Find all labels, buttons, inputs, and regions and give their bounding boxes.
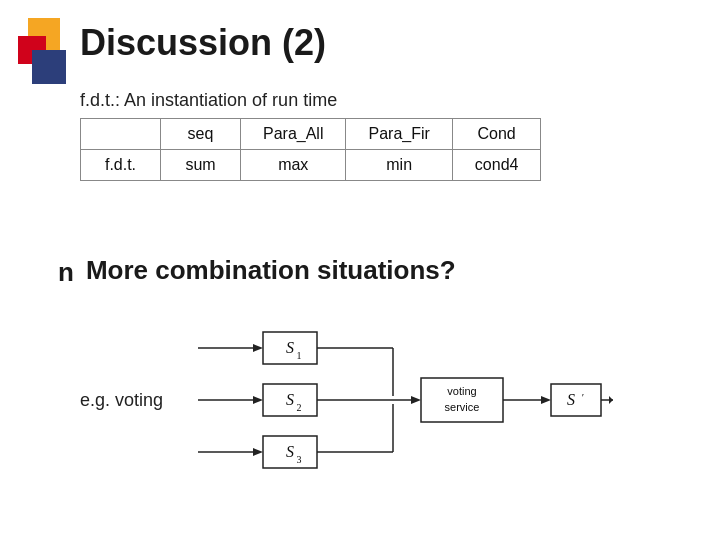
subtitle: f.d.t.: An instantiation of run time — [80, 90, 337, 111]
svg-text:service: service — [445, 401, 480, 413]
voting-section: e.g. voting S 1 S 2 S 3 — [80, 310, 613, 490]
svg-marker-3 — [253, 396, 263, 404]
header-empty — [81, 119, 161, 150]
svg-text:voting: voting — [447, 385, 476, 397]
cell-max: max — [241, 150, 346, 181]
cell-min: min — [346, 150, 452, 181]
svg-text:1: 1 — [297, 350, 302, 361]
eg-voting-label: e.g. voting — [80, 390, 163, 411]
svg-text:S: S — [286, 339, 294, 356]
header-seq: seq — [161, 119, 241, 150]
diagram-svg: S 1 S 2 S 3 voting servic — [193, 310, 613, 490]
bullet-text: More combination situations? — [86, 255, 456, 286]
page-title: Discussion (2) — [80, 22, 326, 64]
svg-text:′: ′ — [582, 391, 584, 403]
cell-cond4: cond4 — [452, 150, 541, 181]
decoration — [18, 18, 66, 86]
svg-text:S: S — [286, 443, 294, 460]
header-cond: Cond — [452, 119, 541, 150]
svg-rect-27 — [551, 384, 601, 416]
svg-marker-21 — [411, 396, 421, 404]
deco-blue — [32, 50, 66, 84]
svg-text:S: S — [286, 391, 294, 408]
svg-text:S: S — [567, 391, 575, 408]
header-para-fir: Para_Fir — [346, 119, 452, 150]
svg-marker-1 — [253, 344, 263, 352]
table-data-row: f.d.t. sum max min cond4 — [81, 150, 541, 181]
header-para-all: Para_All — [241, 119, 346, 150]
svg-text:3: 3 — [297, 454, 302, 465]
svg-marker-31 — [609, 396, 613, 404]
svg-marker-26 — [541, 396, 551, 404]
bullet-section: n More combination situations? — [58, 255, 456, 288]
cell-sum: sum — [161, 150, 241, 181]
cell-fdt: f.d.t. — [81, 150, 161, 181]
table-header-row: seq Para_All Para_Fir Cond — [81, 119, 541, 150]
instantiation-table: seq Para_All Para_Fir Cond f.d.t. sum ma… — [80, 118, 541, 181]
table-container: seq Para_All Para_Fir Cond f.d.t. sum ma… — [80, 118, 541, 181]
svg-marker-5 — [253, 448, 263, 456]
svg-text:2: 2 — [297, 402, 302, 413]
voting-diagram: S 1 S 2 S 3 voting servic — [193, 310, 613, 490]
bullet-marker: n — [58, 257, 74, 288]
